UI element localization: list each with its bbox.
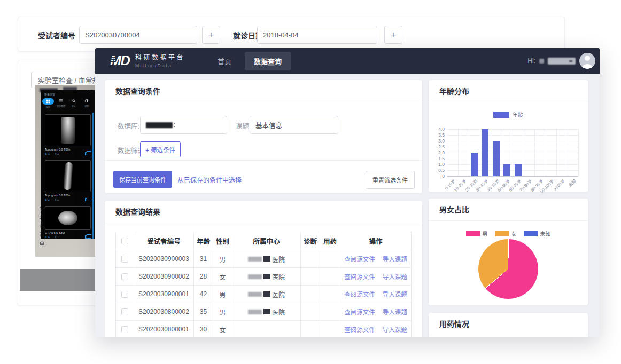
subject-id-input[interactable] — [79, 26, 197, 44]
y-tick-label: 3.5 — [429, 132, 445, 138]
table-row: S202003080000130女查阅源文件导入课题 — [116, 321, 411, 337]
y-tick-label: 2.0 — [429, 150, 445, 155]
age-xaxis: 0-10岁10-20岁20-30岁30-40岁40-50岁50-60岁60-70… — [447, 177, 578, 192]
gender-pie — [478, 239, 538, 299]
grid-tool[interactable]: 序列 — [43, 98, 53, 109]
action-link[interactable]: 查阅源文件 — [344, 307, 375, 316]
action-link[interactable]: 查阅源文件 — [344, 290, 375, 298]
gender-chart-card: 男女占比 男女未知 — [429, 199, 588, 305]
legend-item: 未知 — [524, 230, 551, 238]
column-header: 所属中心 — [232, 232, 301, 250]
thumbnail-label: CT A0 5.0 B30f — [45, 231, 91, 234]
contrast-tool[interactable]: 调窗 — [82, 98, 91, 109]
list-tool[interactable]: 浏览图层 — [56, 98, 66, 109]
stack-icon — [85, 198, 89, 201]
nav-item[interactable]: 首页 — [208, 52, 240, 70]
ct-axial-scan — [58, 211, 77, 225]
column-header: 年龄 — [194, 232, 213, 250]
subject-id-cell: S2020030800002 — [134, 303, 194, 321]
dicom-thumbnail[interactable]: Topogram 0.6 T80sS: 1I: 1 — [45, 114, 91, 155]
row-checkbox[interactable] — [121, 256, 128, 263]
bar — [515, 164, 522, 176]
table-row: S202003080000235男医院查阅源文件导入课题 — [116, 303, 411, 321]
stack-icon — [85, 235, 89, 239]
grid-icon — [42, 98, 54, 105]
topogram-frontal-scan — [61, 117, 75, 144]
bar — [471, 153, 478, 176]
database-value-redacted — [146, 122, 173, 128]
results-body: S202003090000331男医院查阅源文件导入课题S20200309000… — [116, 250, 411, 337]
greeting-text: Hi: — [527, 57, 535, 65]
age-legend-label: 年龄 — [513, 110, 523, 118]
add-subject-button[interactable]: + — [202, 26, 220, 44]
query-conditions-title: 数据查询条件 — [105, 80, 422, 102]
results-head: 受试者编号年龄性别所属中心诊断用药操作 — [116, 232, 411, 250]
query-results-title: 数据查询结果 — [105, 201, 422, 223]
column-header: 操作 — [340, 232, 411, 250]
age-plot — [447, 129, 578, 176]
screen: 受试者编号 + 就诊日期 + 实验室检查 / 血常规 分析 喷噎中湘单 影像浏览… — [0, 0, 621, 364]
row-checkbox[interactable] — [121, 291, 128, 298]
brand-logo[interactable]: MD 科研数据平台 MillionData — [110, 52, 185, 68]
bar — [482, 129, 488, 176]
y-tick-label: 1.0 — [429, 162, 445, 167]
action-link[interactable]: 导入课题 — [383, 307, 407, 316]
stack-icon — [85, 152, 89, 155]
legend-item: 男 — [466, 230, 488, 238]
age-legend: 年龄 — [429, 110, 588, 118]
row-checkbox[interactable] — [121, 308, 128, 315]
center-redacted — [248, 274, 262, 279]
query-conditions-card: 数据查询条件 数据库: : 课题: 数据筛选: + 筛选条件 保存当前查询条件 … — [105, 80, 422, 193]
gender-chart-title: 男女占比 — [429, 199, 588, 221]
contrast-icon — [83, 98, 90, 104]
database-input[interactable]: : — [140, 116, 227, 134]
visit-date-input[interactable] — [257, 26, 377, 44]
thumbnail-frame[interactable] — [45, 160, 91, 192]
select-saved-link[interactable]: 从已保存的条件中选择 — [177, 175, 242, 184]
avatar[interactable] — [579, 53, 595, 69]
action-link[interactable]: 查阅源文件 — [344, 272, 375, 281]
dicom-thumbnail[interactable]: CT A0 5.0 B30fS: 4I: 1 — [45, 206, 91, 239]
viewer-thumbnail-list: Topogram 0.6 T80sS: 1I: 1Topogram 0.6 T8… — [45, 114, 91, 243]
center-redacted — [248, 292, 262, 297]
action-link[interactable]: 导入课题 — [383, 290, 407, 298]
table-row: S202003090000228女医院查阅源文件导入课题 — [116, 268, 411, 286]
table-row: S202003090000142男医院查阅源文件导入课题 — [116, 286, 411, 303]
subject-toolbar-card: 受试者编号 + 就诊日期 + — [18, 17, 565, 52]
zoom-tool[interactable]: 放大 — [69, 98, 79, 109]
action-link[interactable]: 导入课题 — [383, 325, 407, 334]
subject-id-cell: S2020030900003 — [134, 250, 194, 268]
nav-item[interactable]: 数据查询 — [245, 52, 291, 70]
topogram-lateral-scan — [63, 162, 73, 191]
column-header: 性别 — [213, 232, 232, 250]
brand-name-cn: 科研数据平台 — [135, 52, 185, 61]
center-redacted — [248, 257, 262, 262]
thumbnail-frame[interactable] — [45, 206, 91, 230]
logo-md-icon: MD — [110, 53, 130, 68]
save-query-button[interactable]: 保存当前查询条件 — [113, 171, 172, 188]
row-checkbox[interactable] — [121, 326, 128, 333]
reset-filter-button[interactable]: 重置筛选条件 — [366, 171, 415, 189]
topic-input[interactable] — [250, 116, 338, 134]
action-link[interactable]: 导入课题 — [383, 272, 407, 281]
x-tick-label: 未知 — [566, 178, 577, 188]
add-filter-button[interactable]: + 筛选条件 — [140, 141, 181, 157]
app-header: MD 科研数据平台 MillionData 首页数据查询 Hi: — [95, 48, 600, 74]
column-header: 用药 — [320, 232, 340, 250]
user-area: Hi: — [527, 48, 595, 74]
age-chart-title: 年龄分布 — [429, 80, 588, 102]
age-chart-card: 年龄分布 年龄 0-10岁10-20岁20-30岁30-40岁40-50岁50-… — [429, 80, 588, 192]
list-icon — [57, 98, 65, 104]
column-header: 诊断 — [301, 232, 320, 250]
action-link[interactable]: 查阅源文件 — [344, 325, 375, 334]
app-window: MD 科研数据平台 MillionData 首页数据查询 Hi: 数据查询条件 … — [95, 48, 600, 337]
select-all-checkbox[interactable] — [121, 238, 128, 244]
action-link[interactable]: 查阅源文件 — [344, 255, 375, 263]
action-link[interactable]: 导入课题 — [383, 255, 407, 263]
row-checkbox[interactable] — [121, 273, 128, 280]
add-visit-button[interactable]: + — [384, 26, 402, 44]
y-tick-label: 4.0 — [429, 126, 445, 132]
thumbnail-frame[interactable] — [45, 114, 91, 146]
dicom-thumbnail[interactable]: Topogram 0.6 T80sS: 2I: 1 — [45, 160, 91, 201]
column-header: 受试者编号 — [134, 232, 194, 250]
